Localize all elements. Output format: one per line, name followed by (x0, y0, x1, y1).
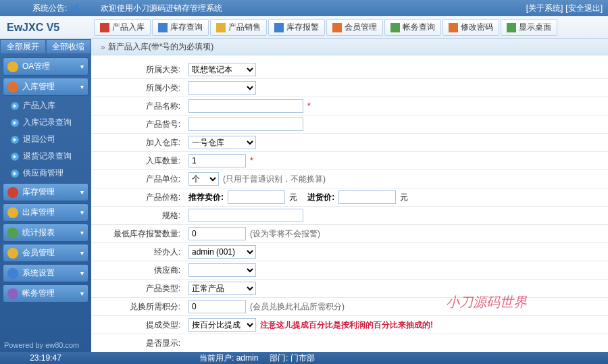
sb-account-label: 帐务管理 (22, 288, 55, 299)
tb-member[interactable]: 会员管理 (326, 19, 383, 36)
sb-settings[interactable]: 系统设置▾ (3, 264, 88, 282)
sb-report[interactable]: 统计报表▾ (3, 224, 88, 242)
sb-stock-label: 库存管理 (22, 186, 55, 198)
sb-return-records[interactable]: 退货记录查询 (8, 149, 87, 164)
sb-stock[interactable]: 库存管理▾ (3, 183, 88, 201)
select-ptype[interactable]: 正常产品 (188, 282, 256, 295)
dept-label: 部门: (270, 353, 288, 363)
powered-by: Powered by ew80.com (0, 338, 91, 352)
sb-stock-icon (7, 187, 18, 198)
points-hint: (会员兑换此礼品所需积分) (250, 301, 345, 313)
select-handler[interactable]: admin (001) (188, 245, 256, 259)
tb-product-sale-icon (216, 23, 226, 32)
speaker-icon (71, 3, 80, 13)
input-pcode[interactable] (188, 118, 303, 131)
tb-product-sale[interactable]: 产品销售 (210, 19, 267, 36)
sb-out-label: 出库管理 (22, 207, 55, 218)
play-icon (11, 170, 19, 178)
sb-return[interactable]: 退回公司 (8, 132, 87, 147)
label-pcode: 产品货号: (91, 119, 186, 130)
tb-product-in-label: 产品入库 (112, 22, 145, 33)
label-small-cat: 所属小类: (91, 82, 186, 94)
welcome-text: 欢迎使用小刀源码进销存管理系统 (101, 3, 222, 14)
tb-product-in-icon (100, 23, 109, 32)
sb-in[interactable]: 入库管理▾ (3, 78, 88, 96)
label-pname: 产品名称: (91, 101, 186, 112)
input-sale-price[interactable] (228, 190, 285, 204)
sb-in-records[interactable]: 入库记录查询 (8, 115, 87, 130)
tb-account-query[interactable]: 帐务查询 (384, 19, 441, 36)
sb-in-label: 入库管理 (22, 81, 55, 93)
tb-member-icon (332, 23, 342, 32)
tb-stock-query-icon (158, 23, 168, 32)
label-big-cat: 所属大类: (91, 64, 186, 76)
about-link[interactable]: [关于系统] (526, 3, 563, 14)
input-buy-price[interactable] (338, 190, 396, 204)
sb-in-icon (7, 82, 18, 93)
select-unit[interactable]: 个 (188, 172, 219, 186)
sb-report-label: 统计报表 (22, 227, 55, 238)
page-title: 新产品入库(带*号的为必填项) (108, 41, 214, 53)
tb-show-desktop[interactable]: 显示桌面 (501, 19, 557, 36)
exit-link[interactable]: [安全退出] (565, 3, 603, 14)
sb-return-records-label: 退货记录查询 (23, 151, 72, 162)
input-pname[interactable] (188, 99, 303, 113)
select-small-cat[interactable] (188, 81, 256, 95)
tb-stock-alarm[interactable]: 库存报警 (268, 19, 325, 36)
sale-price-label: 推荐卖价: (188, 192, 224, 203)
chevron-down-icon: ▾ (80, 229, 84, 236)
sb-account-icon (7, 288, 18, 299)
label-bonus: 提成类型: (91, 319, 186, 331)
tb-change-pwd[interactable]: 修改密码 (442, 19, 499, 36)
select-warehouse[interactable]: 一号仓库 (188, 136, 256, 149)
tb-change-pwd-label: 修改密码 (461, 22, 493, 33)
input-qty[interactable] (188, 154, 246, 167)
sb-settings-label: 系统设置 (22, 267, 55, 279)
sb-account[interactable]: 帐务管理▾ (3, 284, 88, 303)
status-time: 23:19:47 (0, 353, 91, 363)
tb-product-sale-label: 产品销售 (228, 22, 261, 33)
select-bonus[interactable]: 按百分比提成 (188, 318, 256, 332)
tb-stock-query[interactable]: 库存查询 (152, 19, 209, 36)
label-display: 是否显示: (91, 338, 186, 349)
tb-account-query-label: 帐务查询 (403, 22, 435, 33)
unit-hint: (只用于普通识别，不能换算) (223, 174, 326, 185)
chevron-down-icon: ▾ (80, 269, 84, 277)
buy-price-label: 进货价: (307, 192, 334, 203)
sb-member-icon (7, 248, 18, 259)
select-big-cat[interactable]: 联想笔记本 (188, 63, 256, 76)
tb-show-desktop-label: 显示桌面 (519, 22, 551, 33)
chevron-down-icon: ▾ (80, 290, 84, 297)
sb-return-label: 退回公司 (23, 134, 55, 145)
user-name: admin (236, 353, 259, 363)
sb-report-icon (7, 228, 18, 238)
sb-oa[interactable]: OA管理▾ (3, 57, 88, 76)
select-supplier[interactable] (188, 263, 256, 277)
input-spec[interactable] (188, 209, 303, 222)
label-price: 产品价格: (91, 192, 186, 203)
label-spec: 规格: (91, 210, 186, 222)
tb-product-in[interactable]: 产品入库 (94, 19, 151, 36)
sb-out[interactable]: 出库管理▾ (3, 203, 88, 222)
chevron-down-icon: ▾ (80, 209, 84, 216)
sb-member[interactable]: 会员管理▾ (3, 244, 88, 262)
input-min[interactable] (188, 227, 246, 240)
tb-stock-query-label: 库存查询 (170, 22, 203, 33)
label-unit: 产品单位: (91, 174, 186, 185)
expand-all-button[interactable]: 全部展开 (0, 39, 46, 54)
label-min: 最低库存报警数量: (91, 228, 186, 240)
sb-supplier-label: 供应商管理 (23, 167, 64, 179)
min-hint: (设为零将不会报警) (250, 228, 320, 240)
yuan-unit: 元 (289, 192, 297, 203)
announce-label: 系统公告: (32, 3, 67, 14)
collapse-all-button[interactable]: 全部收缩 (46, 39, 92, 54)
tb-stock-alarm-icon (274, 23, 284, 32)
play-icon (11, 153, 19, 161)
play-icon (11, 102, 19, 110)
yuan-unit: 元 (400, 192, 408, 203)
input-points[interactable] (188, 300, 246, 313)
sb-settings-icon (7, 268, 18, 279)
chevron-down-icon: ▾ (80, 83, 84, 90)
sb-supplier[interactable]: 供应商管理 (8, 165, 87, 181)
sb-product-in[interactable]: 产品入库 (8, 98, 87, 113)
